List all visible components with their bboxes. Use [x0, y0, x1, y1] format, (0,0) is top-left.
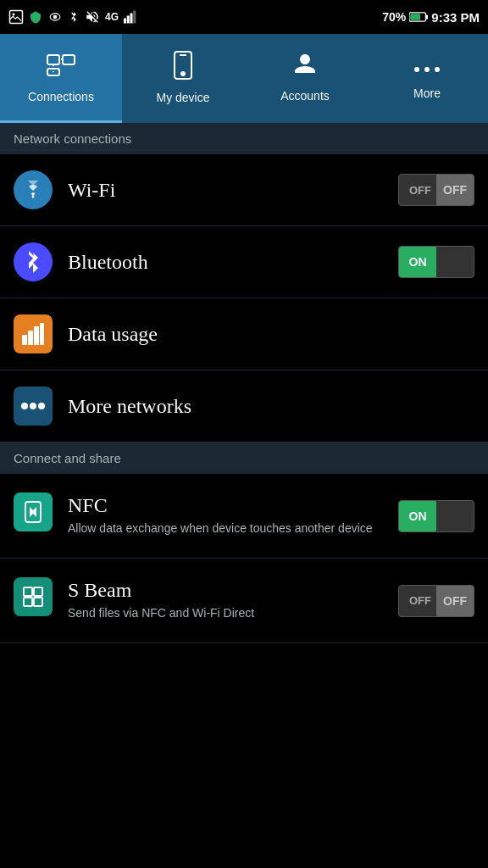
bluetooth-title: Bluetooth: [68, 251, 148, 273]
bluetooth-toggle[interactable]: ON: [398, 246, 474, 278]
tab-connections-label: Connections: [28, 90, 94, 103]
wifi-toggle-thumb: OFF: [436, 174, 474, 206]
nfc-icon: [14, 492, 53, 531]
nfc-toggle-thumb: ON: [399, 500, 436, 532]
sbeam-subtitle: Send files via NFC and Wi-Fi Direct: [68, 605, 398, 622]
bluetooth-toggle-thumb: ON: [399, 246, 436, 278]
svg-rect-12: [63, 55, 75, 64]
wifi-text: Wi-Fi: [68, 179, 398, 202]
tab-mydevice-label: My device: [156, 91, 209, 104]
more-networks-text: More networks: [68, 395, 474, 418]
tab-bar: Connections My device Accounts: [0, 34, 488, 123]
svg-rect-7: [133, 11, 136, 24]
tab-more[interactable]: More: [366, 34, 488, 123]
svg-rect-23: [22, 335, 27, 345]
svg-rect-33: [24, 598, 32, 606]
svg-rect-10: [411, 14, 421, 20]
svg-rect-11: [47, 55, 59, 64]
status-time: 9:33 PM: [431, 10, 480, 25]
section-header-network: Network connections: [0, 123, 488, 154]
svg-rect-9: [426, 14, 429, 19]
svg-point-28: [30, 403, 36, 409]
wifi-toggle[interactable]: OFF OFF: [398, 174, 474, 206]
data-usage-title: Data usage: [68, 323, 158, 345]
svg-rect-24: [28, 331, 33, 345]
wifi-toggle-off-label: OFF: [399, 184, 436, 197]
svg-rect-26: [40, 323, 44, 345]
status-bar: 4G 70% 9:33 PM: [0, 0, 488, 34]
svg-point-27: [21, 403, 28, 409]
sbeam-toggle[interactable]: OFF OFF: [398, 585, 474, 617]
connections-icon: [46, 52, 76, 85]
nfc-toggle[interactable]: ON: [398, 500, 474, 532]
bluetooth-text: Bluetooth: [68, 251, 398, 274]
svg-point-19: [414, 67, 419, 72]
svg-point-22: [32, 196, 35, 198]
svg-rect-25: [34, 326, 39, 345]
svg-rect-6: [130, 14, 133, 24]
setting-row-sbeam[interactable]: S Beam Send files via NFC and Wi-Fi Dire…: [0, 559, 488, 643]
svg-point-20: [424, 67, 430, 72]
mydevice-icon: [171, 51, 195, 86]
sbeam-toggle-off-label: OFF: [399, 594, 436, 607]
svg-rect-34: [34, 598, 42, 606]
accounts-icon: [291, 53, 319, 84]
section-header-connect-share: Connect and share: [0, 442, 488, 474]
setting-row-more-networks[interactable]: More networks: [0, 370, 488, 442]
tab-more-label: More: [413, 86, 441, 100]
battery-percent: 70%: [382, 10, 406, 24]
svg-rect-4: [124, 19, 126, 24]
svg-rect-32: [34, 587, 42, 596]
status-right-info: 70% 9:33 PM: [382, 10, 480, 25]
svg-rect-5: [127, 16, 130, 24]
svg-rect-31: [24, 587, 32, 596]
setting-row-bluetooth[interactable]: Bluetooth ON: [0, 226, 488, 298]
more-networks-title: More networks: [68, 395, 191, 417]
setting-row-nfc[interactable]: NFC Allow data exchange when device touc…: [0, 474, 488, 559]
setting-row-wifi[interactable]: Wi-Fi OFF OFF: [0, 154, 488, 226]
more-networks-icon: [14, 387, 53, 426]
svg-point-21: [435, 67, 440, 72]
sbeam-toggle-thumb: OFF: [436, 585, 474, 617]
status-left-icons: 4G: [8, 9, 139, 25]
tab-connections[interactable]: Connections: [0, 34, 122, 123]
data-usage-icon: [14, 314, 53, 353]
setting-row-data-usage[interactable]: Data usage: [0, 298, 488, 370]
tab-accounts[interactable]: Accounts: [244, 34, 366, 123]
svg-point-3: [53, 15, 57, 19]
sbeam-text: S Beam Send files via NFC and Wi-Fi Dire…: [68, 579, 398, 622]
more-icon: [413, 54, 441, 81]
svg-point-29: [38, 403, 45, 409]
wifi-icon: [14, 170, 53, 209]
bluetooth-icon: [14, 242, 53, 281]
nfc-text: NFC Allow data exchange when device touc…: [68, 494, 398, 537]
svg-point-1: [13, 14, 15, 16]
svg-point-17: [181, 72, 185, 75]
wifi-title: Wi-Fi: [68, 179, 115, 201]
sbeam-title: S Beam: [68, 579, 131, 601]
tab-mydevice[interactable]: My device: [122, 34, 244, 123]
nfc-title: NFC: [68, 494, 108, 516]
tab-accounts-label: Accounts: [280, 89, 330, 103]
nfc-subtitle: Allow data exchange when device touches …: [68, 520, 398, 537]
sbeam-icon: [14, 577, 53, 616]
data-usage-text: Data usage: [68, 323, 474, 346]
